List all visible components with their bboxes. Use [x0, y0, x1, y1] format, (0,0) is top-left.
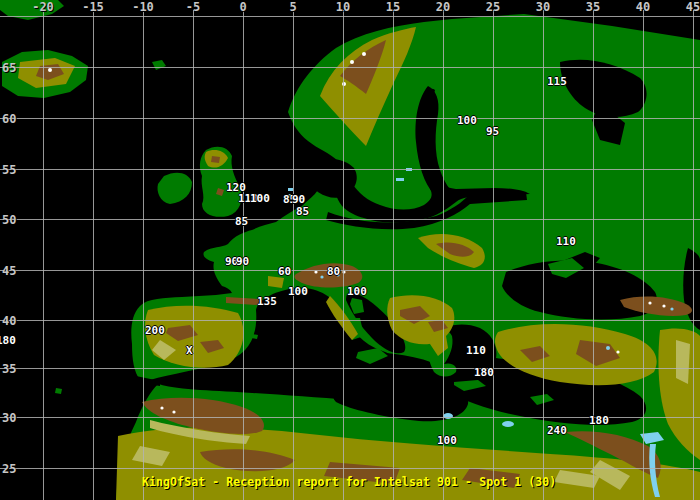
- longitude-label: 40: [636, 0, 650, 14]
- latitude-label: 30: [2, 411, 16, 425]
- longitude-label: -15: [82, 0, 104, 14]
- grid-line-vertical: [393, 10, 394, 500]
- grid-line-horizontal: [0, 118, 700, 119]
- grid-line-vertical: [43, 10, 44, 500]
- longitude-label: 35: [586, 0, 600, 14]
- longitude-label: 30: [536, 0, 550, 14]
- grampians: [211, 156, 220, 163]
- grid-line-vertical: [443, 10, 444, 500]
- latitude-label: 45: [2, 264, 16, 278]
- longitude-label: 0: [239, 0, 246, 14]
- reception-map: -20-15-10-5051015202530354045 6560555045…: [0, 0, 700, 500]
- grid-line-vertical: [543, 10, 544, 500]
- reception-value-label: 60: [278, 267, 291, 277]
- grid-line-horizontal: [0, 368, 700, 369]
- grid-line-vertical: [93, 10, 94, 500]
- grid-line-horizontal: [0, 169, 700, 170]
- longitude-label: -5: [186, 0, 200, 14]
- grid-line-vertical: [193, 10, 194, 500]
- latitude-label: 40: [2, 314, 16, 328]
- grid-line-horizontal: [0, 16, 700, 17]
- reception-value-label: 180: [0, 336, 16, 346]
- longitude-label: -20: [32, 0, 54, 14]
- grid-line-horizontal: [0, 468, 700, 469]
- madeira: [55, 388, 62, 394]
- longitude-label: 20: [436, 0, 450, 14]
- reception-value-label: 180: [589, 416, 609, 426]
- grid-line-vertical: [143, 10, 144, 500]
- longitude-label: 10: [336, 0, 350, 14]
- reception-value-label: 100: [437, 436, 457, 446]
- reception-value-label: 115: [547, 77, 567, 87]
- longitude-label: 15: [386, 0, 400, 14]
- longitude-label: 25: [486, 0, 500, 14]
- latitude-label: 60: [2, 112, 16, 126]
- reception-value-label: 90: [236, 257, 249, 267]
- reception-value-label: 100: [457, 116, 477, 126]
- reception-value-label: 95: [486, 127, 499, 137]
- reception-value-label: 240: [547, 426, 567, 436]
- reception-value-label: 100: [288, 287, 308, 297]
- grid-line-horizontal: [0, 219, 700, 220]
- reception-value-label: 110: [556, 237, 576, 247]
- longitude-label: -10: [132, 0, 154, 14]
- grid-line-vertical: [643, 10, 644, 500]
- grid-line-horizontal: [0, 67, 700, 68]
- reception-value-label: 90: [292, 195, 305, 205]
- reception-value-label: 85: [235, 217, 248, 227]
- reception-value-label: 180: [474, 368, 494, 378]
- latitude-label: 50: [2, 213, 16, 227]
- reception-value-label: 135: [257, 297, 277, 307]
- grid-line-vertical: [693, 10, 694, 500]
- latitude-label: 35: [2, 362, 16, 376]
- reception-value-label: 85: [296, 207, 309, 217]
- grid-line-vertical: [293, 10, 294, 500]
- latitude-label: 65: [2, 61, 16, 75]
- grid-line-horizontal: [0, 320, 700, 321]
- reception-value-label: 80: [327, 267, 340, 277]
- reception-value-label: 110: [466, 346, 486, 356]
- reception-value-label: 100: [347, 287, 367, 297]
- latitude-label: 55: [2, 163, 16, 177]
- latitude-label: 25: [2, 462, 16, 476]
- reception-value-label: 100: [250, 194, 270, 204]
- longitude-label: 45: [686, 0, 700, 14]
- grid-line-horizontal: [0, 270, 700, 271]
- grid-line-vertical: [493, 10, 494, 500]
- reception-value-label: 200: [145, 326, 165, 336]
- location-x-marker: X: [186, 346, 193, 356]
- map-title: KingOfSat - Reception report for Intelsa…: [142, 475, 556, 489]
- longitude-label: 5: [289, 0, 296, 14]
- grid-line-vertical: [343, 10, 344, 500]
